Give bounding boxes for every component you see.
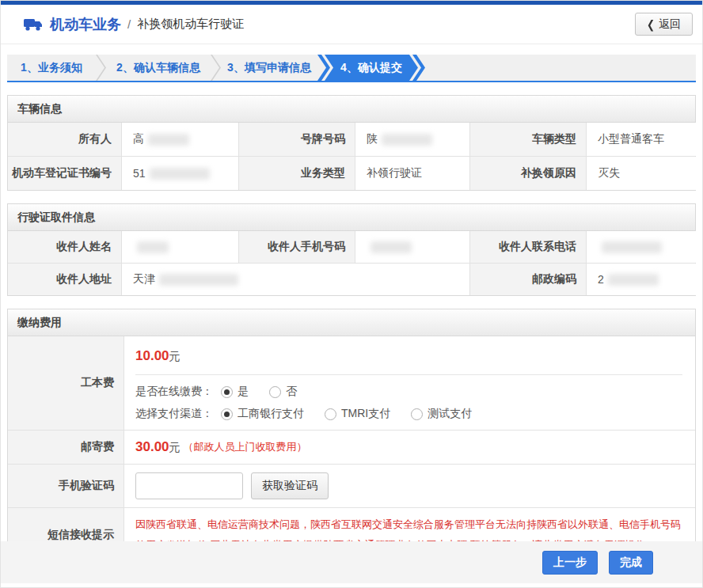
captcha-input[interactable] [135, 472, 243, 499]
table-row: 机动车登记证书编号 51 业务类型 补领行驶证 补换领原因 灭失 [8, 157, 695, 190]
postal-code-value: 2 [587, 264, 697, 295]
radio-no[interactable] [269, 386, 281, 398]
business-type-label: 业务类型 [239, 157, 355, 190]
page-header: 机动车业务 / 补换领机动车行驶证 ❮ 返回 [1, 5, 702, 44]
redacted-value [150, 168, 210, 180]
redacted-value [137, 241, 169, 253]
redacted-value [608, 274, 659, 286]
get-captcha-button[interactable]: 获取验证码 [251, 472, 329, 499]
captcha-value: 获取验证码 [124, 465, 695, 507]
plate-number-value: 陕 [355, 123, 470, 156]
pay-channel-question: 选择支付渠道： 工商银行支付 TMRI支付 测试支付 [135, 407, 695, 421]
step-3-label: 3、填写申请信息 [227, 61, 311, 75]
registration-cert-value: 51 [122, 157, 239, 190]
channel-tmri-option[interactable]: TMRI支付 [325, 407, 390, 421]
steps-filler [425, 55, 696, 81]
fees-title: 缴纳费用 [8, 309, 695, 336]
step-1-label: 1、业务须知 [21, 61, 82, 75]
production-fee-value: 10.00元 是否在线缴费： 是 否 [124, 336, 695, 430]
table-row: 收件人地址 天津 邮政编码 2 [8, 264, 695, 295]
mail-fee-amount: 30.00元 [135, 437, 180, 457]
captcha-label: 手机验证码 [8, 465, 124, 507]
radio-yes[interactable] [221, 386, 233, 398]
table-row: 所有人 高 号牌号码 陕 车辆类型 小型普通客车 [8, 123, 695, 157]
breadcrumb-separator: / [127, 17, 131, 31]
radio-tmri[interactable] [325, 408, 336, 420]
step-3-fill-application: 3、填写申请信息 [221, 55, 317, 81]
owner-label: 所有人 [8, 123, 122, 156]
step-wizard: 1、业务须知 2、确认车辆信息 3、填写申请信息 4、确认提交 [7, 55, 696, 82]
reissue-reason-value: 灭失 [587, 157, 697, 190]
pickup-info-title: 行驶证取件信息 [8, 204, 695, 231]
chevron-separator-icon [211, 55, 221, 81]
redacted-value [370, 241, 412, 253]
registration-cert-label: 机动车登记证书编号 [8, 157, 122, 190]
redacted-value [148, 134, 189, 146]
production-fee-label: 工本费 [8, 336, 124, 430]
chevron-separator-icon [96, 55, 106, 81]
radio-tmri-label: TMRI支付 [341, 407, 390, 421]
recipient-phone-value [587, 231, 697, 263]
table-row: 收件人姓名 收件人手机号码 收件人联系电话 [8, 231, 695, 264]
pickup-info-section: 行驶证取件信息 收件人姓名 收件人手机号码 收件人联系电话 收件人地址 天津 邮… [7, 203, 696, 296]
online-pay-label: 是否在线缴费： [135, 385, 213, 399]
reissue-reason-label: 补换领原因 [470, 157, 587, 190]
step-1-business-notice: 1、业务须知 [7, 55, 96, 81]
redacted-value [382, 134, 432, 146]
vehicle-info-section: 车辆信息 所有人 高 号牌号码 陕 车辆类型 小型普通客车 机动车登记证书编号 … [7, 95, 696, 191]
back-chevron-icon: ❮ [647, 17, 655, 31]
radio-yes-label: 是 [238, 385, 249, 399]
divider [135, 374, 682, 375]
previous-step-button[interactable]: 上一步 [542, 551, 598, 575]
business-type-value: 补领行驶证 [355, 157, 470, 190]
vehicle-info-title: 车辆信息 [8, 96, 695, 123]
redacted-value [602, 241, 662, 253]
breadcrumb-main[interactable]: 机动车业务 [50, 15, 121, 34]
channel-icbc-option[interactable]: 工商银行支付 [221, 407, 304, 421]
mail-fee-row: 邮寄费 30.00元 （邮政人员上门收取费用） [8, 431, 695, 465]
back-button[interactable]: ❮ 返回 [635, 13, 693, 36]
back-button-label: 返回 [659, 17, 681, 32]
recipient-name-value [122, 231, 239, 263]
radio-test[interactable] [411, 408, 423, 420]
breadcrumb: 机动车业务 / 补换领机动车行驶证 [23, 15, 244, 34]
online-pay-question: 是否在线缴费： 是 否 [135, 385, 695, 399]
step-4-confirm-submit-active: 4、确认提交 [325, 55, 418, 81]
recipient-name-label: 收件人姓名 [8, 231, 122, 263]
footer-action-bar: 上一步 完成 [1, 541, 702, 583]
mail-fee-value: 30.00元 （邮政人员上门收取费用） [124, 431, 695, 464]
recipient-phone-label: 收件人联系电话 [470, 231, 587, 263]
owner-value: 高 [122, 123, 239, 156]
redacted-value [159, 274, 238, 286]
mail-fee-label: 邮寄费 [8, 431, 124, 464]
truck-icon [23, 17, 44, 32]
step-4-label: 4、确认提交 [340, 61, 402, 75]
pay-channel-label: 选择支付渠道： [135, 407, 213, 421]
postal-code-label: 邮政编码 [470, 264, 587, 295]
recipient-mobile-value [355, 231, 470, 263]
radio-test-label: 测试支付 [428, 407, 472, 421]
channel-test-option[interactable]: 测试支付 [411, 407, 472, 421]
page-title: 补换领机动车行驶证 [137, 17, 244, 32]
fees-section: 缴纳费用 工本费 10.00元 是否在线缴费： 是 [7, 309, 696, 563]
recipient-mobile-label: 收件人手机号码 [239, 231, 355, 263]
captcha-row: 手机验证码 获取验证码 [8, 465, 695, 508]
production-fee-row: 工本费 10.00元 是否在线缴费： 是 否 [8, 336, 695, 431]
vehicle-type-label: 车辆类型 [470, 123, 587, 156]
finish-button[interactable]: 完成 [609, 551, 653, 575]
radio-icbc-label: 工商银行支付 [238, 407, 304, 421]
online-pay-yes-option[interactable]: 是 [221, 385, 249, 399]
step-2-label: 2、确认车辆信息 [116, 61, 200, 75]
step-2-confirm-vehicle: 2、确认车辆信息 [106, 55, 211, 81]
mail-fee-note: （邮政人员上门收取费用） [184, 440, 307, 454]
vehicle-type-value: 小型普通客车 [587, 123, 697, 156]
recipient-address-label: 收件人地址 [8, 264, 122, 295]
radio-no-label: 否 [286, 385, 297, 399]
online-pay-no-option[interactable]: 否 [269, 385, 297, 399]
production-fee-amount: 10.00元 [135, 346, 695, 366]
plate-number-label: 号牌号码 [239, 123, 355, 156]
recipient-address-value: 天津 [122, 264, 470, 295]
radio-icbc[interactable] [221, 408, 233, 420]
